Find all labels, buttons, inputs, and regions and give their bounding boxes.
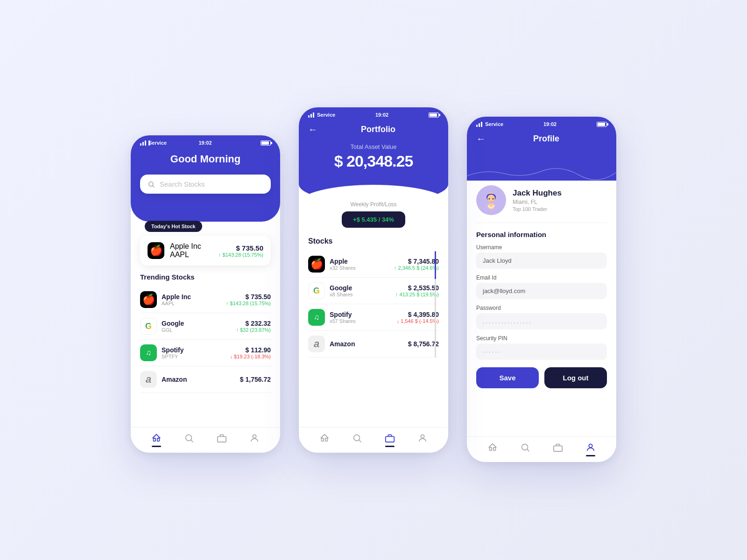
username-input[interactable]: Jack Lloyd: [476, 252, 607, 269]
profile-info: Jack Hughes Miami, FL Top 100 Trader: [513, 189, 562, 212]
profile-icon-3: [585, 442, 596, 453]
nav-profile-2[interactable]: [417, 433, 428, 443]
username-field: Username Jack Lloyd: [476, 244, 607, 269]
p-apple-logo: 🍎: [308, 256, 325, 273]
svg-rect-9: [325, 438, 328, 441]
svg-rect-20: [493, 448, 496, 450]
svg-rect-8: [322, 438, 324, 441]
phone-home: Service 19:02 Good Morning Search Stocks…: [131, 135, 280, 453]
asset-value: Total Asset Value $ 20,348.25: [299, 139, 448, 180]
home-icon: [151, 433, 162, 443]
stock-item-google[interactable]: G Google GGL $ 232.32 ↑ $32 (23.87%): [140, 313, 271, 340]
time-display: 19:02: [198, 140, 211, 146]
profile-content: Jack Hughes Miami, FL Top 100 Trader Per…: [467, 176, 616, 447]
home-icon-2: [319, 433, 330, 443]
signal-2: Service: [308, 112, 335, 118]
nav-search-1[interactable]: [184, 433, 194, 443]
google-logo: G: [140, 318, 157, 335]
portfolio-apple[interactable]: 🍎 Apple x32 Shares $ 7,345.80 ↑ 2,346.5 …: [308, 251, 439, 278]
status-bar-2: Service 19:02: [299, 107, 448, 120]
profile-nav: ← Profile: [467, 130, 616, 148]
security-pin-field: Security PIN ······: [476, 335, 607, 360]
p-spotify-logo: ♫: [308, 309, 325, 326]
p-amazon-logo: a: [308, 336, 325, 352]
logout-button[interactable]: Log out: [544, 367, 607, 388]
save-button[interactable]: Save: [476, 367, 539, 388]
home-icon-3: [487, 442, 498, 453]
personal-info-title: Personal information: [476, 231, 607, 238]
featured-stock-price: $ 735.50 ↑ $143.28 (15.75%): [218, 244, 263, 258]
search-nav-icon: [184, 433, 194, 443]
profile-card: Jack Hughes Miami, FL Top 100 Trader: [476, 176, 607, 223]
search-bar[interactable]: Search Stocks: [140, 175, 271, 194]
svg-line-5: [191, 440, 193, 442]
portfolio-stocks-list: 🍎 Apple x32 Shares $ 7,345.80 ↑ 2,346.5 …: [308, 251, 439, 357]
featured-stock-ticker: AAPL: [170, 251, 201, 259]
search-placeholder: Search Stocks: [160, 180, 205, 188]
svg-point-13: [421, 435, 424, 438]
amazon-logo: a: [140, 371, 157, 388]
trending-section: Trending Stocks 🍎 Apple Inc AAPL $ 735.5…: [131, 266, 280, 393]
battery-icon: [261, 140, 271, 146]
apple-logo-2: 🍎: [140, 291, 157, 308]
svg-rect-19: [490, 448, 492, 450]
svg-rect-3: [157, 438, 160, 441]
briefcase-icon: [217, 433, 227, 443]
scroll-indicator: [435, 251, 436, 357]
nav-portfolio-2[interactable]: [385, 433, 395, 443]
portfolio-nav: ← Portfolio: [299, 120, 448, 139]
profile-icon: [249, 433, 260, 443]
stock-item-apple[interactable]: 🍎 Apple Inc AAPL $ 735.50 ↑ $143.28 (15.…: [140, 287, 271, 313]
avatar: [476, 185, 506, 215]
email-input[interactable]: jack@lloyd.com: [476, 283, 607, 299]
stock-item-spotify[interactable]: ♫ Spotify SPTFY $ 112.90 ↓ $19.23 (-18.3…: [140, 340, 271, 366]
svg-point-17: [489, 198, 490, 200]
asset-label: Total Asset Value: [308, 143, 439, 150]
briefcase-icon-3: [553, 442, 563, 453]
bottom-nav-1: [131, 427, 280, 453]
phones-container: Service 19:02 Good Morning Search Stocks…: [131, 98, 616, 462]
featured-stock-info: 🍎 Apple Inc AAPL: [148, 242, 201, 259]
profile-header: Service 19:02 ← Profile: [467, 117, 616, 181]
nav-home-3[interactable]: [487, 442, 498, 453]
email-field: Email Id jack@lloyd.com: [476, 274, 607, 299]
search-icon: [148, 181, 155, 188]
nav-profile-3[interactable]: [585, 442, 596, 453]
weekly-label: Weekly Profit/Loss: [308, 201, 439, 208]
profile-icon-2: [417, 433, 428, 443]
svg-point-4: [186, 435, 192, 441]
profile-title: Profile: [486, 134, 607, 144]
stocks-title: Stocks: [308, 237, 439, 245]
signal-icon: Service: [140, 140, 150, 146]
search-icon-3: [520, 442, 530, 453]
nav-profile-1[interactable]: [249, 433, 260, 443]
portfolio-amazon[interactable]: a Amazon $ 8,756.72: [308, 331, 439, 357]
status-bar-3: Service 19:02: [467, 117, 616, 130]
stock-item-amazon[interactable]: a Amazon $ 1,756.72: [140, 366, 271, 393]
back-button[interactable]: ←: [308, 124, 317, 135]
svg-rect-6: [218, 436, 226, 442]
svg-rect-2: [154, 438, 156, 441]
battery-3: [597, 122, 607, 127]
nav-home-1[interactable]: [151, 433, 162, 443]
portfolio-spotify[interactable]: ♫ Spotify x57 Shares $ 4,395.80 ↓ 1,546 …: [308, 304, 439, 331]
nav-search-2[interactable]: [352, 433, 362, 443]
spotify-logo: ♫: [140, 344, 157, 361]
portfolio-google[interactable]: G Google x8 Shares $ 2,535.50 ↑ 413.25 $…: [308, 278, 439, 304]
featured-stock-card[interactable]: 🍎 Apple Inc AAPL $ 735.50 ↑ $143.28 (15.…: [140, 236, 271, 266]
svg-point-24: [589, 444, 592, 448]
nav-portfolio-3[interactable]: [553, 442, 563, 453]
nav-home-2[interactable]: [319, 433, 330, 443]
profile-back-button[interactable]: ←: [476, 133, 486, 144]
security-pin-input[interactable]: ······: [476, 343, 607, 360]
action-buttons: Save Log out: [476, 367, 607, 388]
nav-search-3[interactable]: [520, 442, 530, 453]
portfolio-header: Service 19:02 ← Portfolio Total Asset Va…: [299, 107, 448, 203]
svg-line-1: [153, 186, 154, 187]
p-google-logo: G: [308, 282, 325, 299]
svg-point-10: [354, 435, 360, 441]
nav-portfolio-1[interactable]: [217, 433, 227, 443]
profile-location: Miami, FL: [513, 199, 562, 205]
password-input[interactable]: ................: [476, 313, 607, 329]
weekly-badge: +$ 5.435 / 34%: [342, 211, 405, 228]
